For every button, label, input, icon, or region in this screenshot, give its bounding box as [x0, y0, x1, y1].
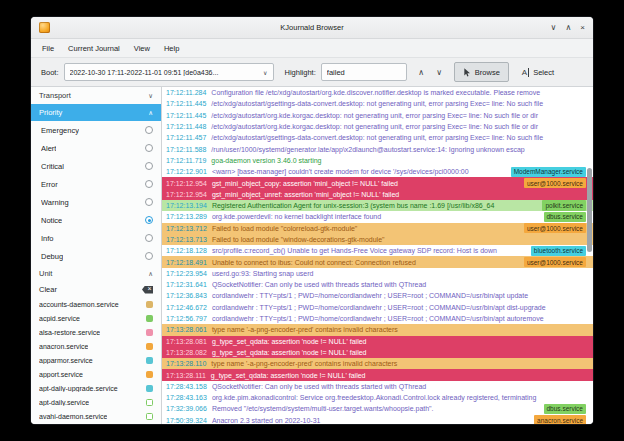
radio-button[interactable] — [145, 198, 153, 206]
log-message: cordlandwehr : TTY=pts/1 ; PWD=/home/cor… — [212, 292, 528, 299]
boot-combobox-value: 2022-10-30 17:11-2022-11-01 09:51 [de0a4… — [70, 69, 260, 76]
browse-button[interactable]: Browse — [454, 62, 509, 82]
log-row[interactable]: 17:50:39.324Anacron 2.3 started on 2022-… — [162, 415, 593, 424]
unit-item-accounts-daemon-service[interactable]: accounts-daemon.service — [31, 297, 161, 311]
unit-item-apt-daily-service[interactable]: apt-daily.service — [31, 395, 161, 409]
log-row[interactable]: 17:12:46.672cordlandwehr : TTY=pts/1 ; P… — [162, 302, 593, 313]
radio-button[interactable] — [145, 162, 153, 170]
log-row[interactable]: 17:12:11.457/etc/xdg/autostart/gsettings… — [162, 132, 593, 143]
unit-checkbox[interactable] — [146, 357, 153, 364]
scrollbar-thumb[interactable] — [587, 168, 592, 252]
log-row[interactable]: 17:12:11.719goa-daemon version 3.46.0 st… — [162, 155, 593, 166]
priority-option-debug[interactable]: Debug — [31, 247, 161, 265]
menu-item-file[interactable]: File — [35, 42, 61, 55]
radio-button[interactable] — [145, 216, 153, 224]
transport-section-header[interactable]: Transport ∨ — [31, 87, 161, 104]
priority-option-error[interactable]: Error — [31, 175, 161, 193]
log-row[interactable]: 17:12:12.954gst_mini_object_copy: assert… — [162, 177, 593, 188]
unit-checkbox[interactable] — [146, 399, 153, 406]
log-timestamp: 17:12:13.713 — [166, 236, 207, 243]
highlight-input[interactable] — [321, 63, 407, 81]
log-row[interactable]: 17:13:28.081g_type_set_qdata: assertion … — [162, 336, 593, 347]
maximize-button[interactable]: ∧ — [565, 23, 571, 33]
highlight-label: Highlight: — [285, 68, 316, 77]
radio-button[interactable] — [145, 180, 153, 188]
unit-item-avahi-daemon-service[interactable]: avahi-daemon.service — [31, 409, 161, 423]
radio-button[interactable] — [145, 234, 153, 242]
unit-checkbox[interactable] — [146, 371, 153, 378]
log-message: Unable to connect to ibus: Could not con… — [212, 259, 416, 266]
unit-item-apport-service[interactable]: apport.service — [31, 367, 161, 381]
priority-option-warning[interactable]: Warning — [31, 193, 161, 211]
log-timestamp: 17:12:56.797 — [166, 315, 207, 322]
radio-button[interactable] — [145, 252, 153, 260]
log-row[interactable]: 17:12:13.713Failed to load module "windo… — [162, 234, 593, 245]
log-row[interactable]: 17:12:18.491Unable to connect to ibus: C… — [162, 256, 593, 267]
log-row[interactable]: 17:12:31.641QSocketNotifier: Can only be… — [162, 279, 593, 290]
log-scrollbar[interactable] — [587, 87, 592, 424]
log-row[interactable]: 17:28:43.163org.kde.pim.akonadicontrol: … — [162, 392, 593, 403]
log-row[interactable]: 17:32:39.066Removed "/etc/systemd/system… — [162, 403, 593, 414]
boot-combobox[interactable]: 2022-10-30 17:11-2022-11-01 09:51 [de0a4… — [64, 63, 274, 81]
log-timestamp: 17:12:11.445 — [166, 112, 206, 119]
log-row[interactable]: 17:12:13.712Failed to load module "color… — [162, 223, 593, 234]
log-row[interactable]: 17:12:11.448/etc/xdg/autostart/org.kde.k… — [162, 121, 593, 132]
priority-option-info[interactable]: Info — [31, 229, 161, 247]
menu-item-current-journal[interactable]: Current Journal — [61, 42, 127, 55]
log-row[interactable]: 17:28:43.158QSocketNotifier: Can only be… — [162, 381, 593, 392]
unit-checkbox[interactable] — [146, 301, 153, 308]
log-row[interactable]: 17:12:11.588/run/user/1000/systemd/gener… — [162, 143, 593, 154]
previous-match-button[interactable]: ∧ — [414, 64, 429, 81]
toolbar: Boot: 2022-10-30 17:11-2022-11-01 09:51 … — [31, 58, 593, 87]
unit-badge: bluetooth.service — [531, 246, 586, 256]
priority-option-critical[interactable]: Critical — [31, 157, 161, 175]
unit-item-anacron-service[interactable]: anacron.service — [31, 339, 161, 353]
menu-item-help[interactable]: Help — [157, 42, 186, 55]
unit-item-label: acpid.service — [39, 315, 80, 322]
unit-checkbox[interactable] — [146, 413, 153, 420]
log-row[interactable]: 17:13:28.110type name '-a-png-encoder-pr… — [162, 358, 593, 369]
priority-option-notice[interactable]: Notice — [31, 211, 161, 229]
unit-checkbox[interactable] — [146, 385, 153, 392]
log-timestamp: 17:12:12.954 — [166, 180, 207, 187]
clear-units-button[interactable]: Clear — [31, 282, 161, 297]
log-row[interactable]: 17:12:11.445/etc/xdg/autostart/org.kde.k… — [162, 110, 593, 121]
log-row[interactable]: 17:13:28.111g_type_set_qdata: assertion … — [162, 369, 593, 380]
unit-checkbox[interactable] — [146, 329, 153, 336]
select-button[interactable]: A Select — [514, 62, 562, 82]
radio-button[interactable] — [145, 144, 153, 152]
minimize-button[interactable]: ∨ — [551, 23, 557, 33]
log-row[interactable]: 17:12:56.797cordlandwehr : TTY=pts/1 ; P… — [162, 313, 593, 324]
journal-log-view: 17:12:11.284Configuration file /etc/xdg/… — [162, 87, 593, 424]
titlebar[interactable]: KJournald Browser ∨ ∧ × — [31, 17, 593, 39]
unit-section-header[interactable]: Unit ∧ — [31, 265, 161, 282]
priority-option-emergency[interactable]: Emergency — [31, 121, 161, 139]
unit-item-alsa-restore-service[interactable]: alsa-restore.service — [31, 325, 161, 339]
radio-button[interactable] — [145, 126, 153, 134]
close-button[interactable]: × — [580, 23, 585, 33]
menu-item-view[interactable]: View — [127, 42, 157, 55]
log-row[interactable]: 17:12:18.128src/profile.c:record_cb() Un… — [162, 245, 593, 256]
log-row[interactable]: 17:12:12.901<warn> [base-manager] couldn… — [162, 166, 593, 177]
unit-list: accounts-daemon.serviceacpid.servicealsa… — [31, 297, 161, 423]
unit-checkbox[interactable] — [146, 343, 153, 350]
log-row[interactable]: 17:12:11.284Configuration file /etc/xdg/… — [162, 87, 593, 98]
log-row[interactable]: 17:13:28.061type name '-a-png-encoder-pr… — [162, 324, 593, 335]
next-match-button[interactable]: ∨ — [432, 64, 447, 81]
log-row[interactable]: 17:12:12.954gst_mini_object_unref: asser… — [162, 189, 593, 200]
log-message: g_type_set_qdata: assertion 'node != NUL… — [212, 338, 367, 345]
log-timestamp: 17:12:11.457 — [166, 134, 206, 141]
priority-option-alert[interactable]: Alert — [31, 139, 161, 157]
unit-item-apt-daily-upgrade-service[interactable]: apt-daily-upgrade.service — [31, 381, 161, 395]
log-row[interactable]: 17:12:13.289org.kde.powerdevil: no kerne… — [162, 211, 593, 222]
log-row[interactable]: 17:13:28.082g_type_set_qdata: assertion … — [162, 347, 593, 358]
unit-item-apparmor-service[interactable]: apparmor.service — [31, 353, 161, 367]
unit-checkbox[interactable] — [146, 315, 153, 322]
log-row[interactable]: 17:12:13.194Registered Authentication Ag… — [162, 200, 593, 211]
unit-item-acpid-service[interactable]: acpid.service — [31, 311, 161, 325]
log-row[interactable]: 17:12:23.954userd.go:93: Starting snap u… — [162, 268, 593, 279]
unit-badge: ModemManager.service — [511, 167, 586, 177]
log-row[interactable]: 17:12:36.843cordlandwehr : TTY=pts/1 ; P… — [162, 290, 593, 301]
log-row[interactable]: 17:12:11.445/etc/xdg/autostart/gsettings… — [162, 98, 593, 109]
priority-section-header[interactable]: Priority ∧ — [31, 104, 161, 121]
